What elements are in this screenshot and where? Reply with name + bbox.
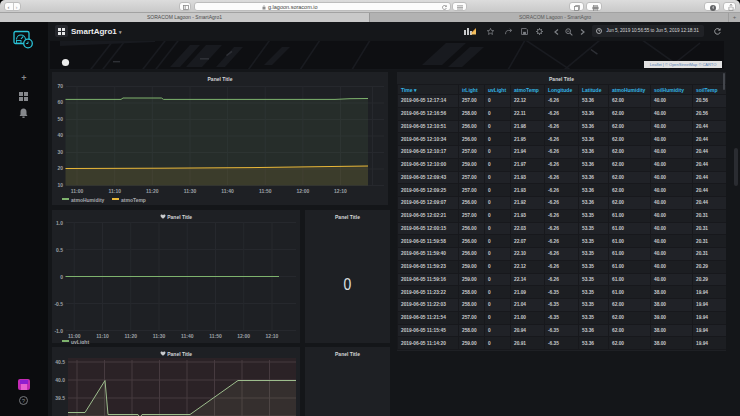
svg-text:11:10: 11:10	[96, 333, 109, 339]
svg-text:40.0: 40.0	[55, 377, 65, 383]
svg-text:12:10: 12:10	[266, 333, 279, 339]
svg-text:11:40: 11:40	[181, 333, 194, 339]
svg-text:40.5: 40.5	[55, 359, 65, 365]
svg-text:12:10: 12:10	[334, 188, 347, 194]
svg-text:1.0: 1.0	[56, 219, 63, 225]
svg-text:11:10: 11:10	[108, 188, 121, 194]
svg-text:30: 30	[57, 149, 63, 155]
svg-text:60: 60	[57, 99, 63, 105]
svg-text:70: 70	[57, 83, 63, 89]
svg-text:0.5: 0.5	[56, 246, 63, 252]
svg-text:40: 40	[57, 132, 63, 138]
svg-text:39.5: 39.5	[55, 395, 65, 401]
svg-text:10: 10	[57, 182, 63, 188]
svg-text:20: 20	[57, 165, 63, 171]
svg-text:-0.5: -0.5	[54, 300, 63, 306]
svg-text:11:30: 11:30	[184, 188, 197, 194]
svg-text:11:30: 11:30	[153, 333, 166, 339]
svg-text:0: 0	[60, 273, 63, 279]
svg-text:atmoTemp: atmoTemp	[121, 197, 146, 203]
svg-text:11:50: 11:50	[209, 333, 222, 339]
svg-text:50: 50	[57, 116, 63, 122]
svg-text:11:20: 11:20	[146, 188, 159, 194]
svg-text:-1.0: -1.0	[54, 327, 63, 333]
svg-text:11:40: 11:40	[221, 188, 234, 194]
svg-text:12:00: 12:00	[237, 333, 250, 339]
svg-text:11:50: 11:50	[259, 188, 272, 194]
svg-text:11:20: 11:20	[124, 333, 137, 339]
svg-text:atmoHumidity: atmoHumidity	[71, 197, 105, 203]
svg-text:11:00: 11:00	[71, 188, 84, 194]
svg-text:12:00: 12:00	[297, 188, 310, 194]
svg-text:uvLight: uvLight	[71, 338, 89, 344]
